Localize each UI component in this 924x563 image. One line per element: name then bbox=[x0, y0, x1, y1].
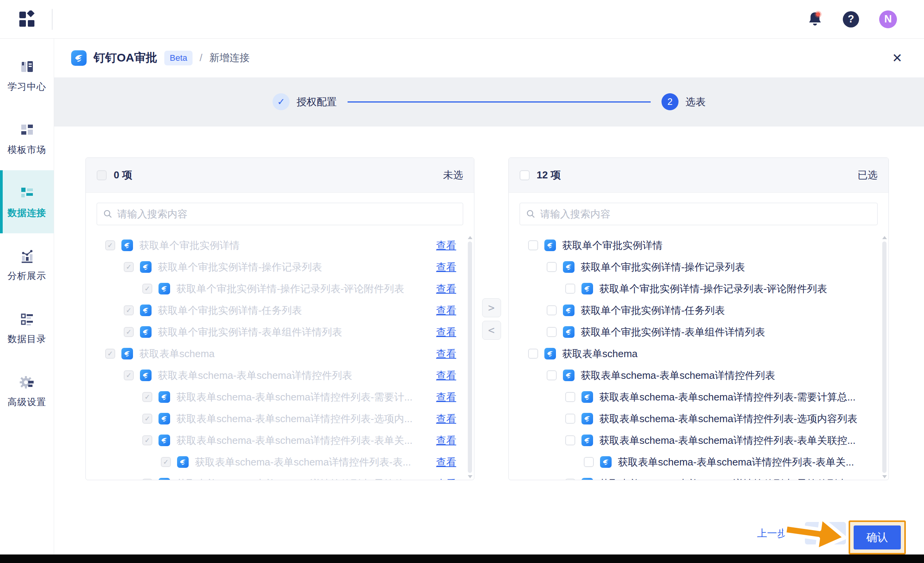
sidebar-item-analysis-display[interactable]: 分析展示 bbox=[0, 233, 54, 296]
table-row[interactable]: 获取单个审批实例详情-操作记录列表-评论附件列表 bbox=[509, 278, 888, 299]
app-logo-icon[interactable] bbox=[19, 10, 36, 28]
table-row[interactable]: ✓ 获取单个审批实例详情-操作记录列表-评论附件列表 查看 bbox=[86, 278, 474, 299]
move-left-button[interactable]: < bbox=[482, 321, 501, 340]
search-input[interactable] bbox=[540, 208, 871, 220]
view-link[interactable]: 查看 bbox=[436, 412, 456, 426]
table-row[interactable]: 获取单个审批实例详情-表单组件详情列表 bbox=[509, 321, 888, 343]
confirm-button[interactable]: 确认 bbox=[854, 525, 901, 549]
row-checkbox[interactable]: ✓ bbox=[124, 305, 134, 315]
table-row[interactable]: 获取单个审批实例详情-操作记录列表 bbox=[509, 256, 888, 278]
table-row[interactable]: 获取表单schema-表单schema详情控件列表-表单关联控... bbox=[509, 430, 888, 451]
row-checkbox[interactable]: ✓ bbox=[142, 392, 152, 402]
row-checkbox[interactable] bbox=[584, 457, 594, 467]
table-row[interactable]: 获取表单schema-表单schema详情控件列表-选项内容列表 bbox=[509, 408, 888, 430]
row-checkbox[interactable]: ✓ bbox=[124, 262, 134, 272]
row-checkbox[interactable] bbox=[528, 349, 538, 359]
sidebar-item-data-connection[interactable]: 数据连接 bbox=[0, 170, 54, 233]
cancel-button[interactable]: 取消 bbox=[805, 522, 846, 544]
sidebar-item-label: 高级设置 bbox=[8, 396, 46, 408]
view-link[interactable]: 查看 bbox=[436, 477, 456, 480]
avatar[interactable]: N bbox=[879, 10, 897, 28]
row-checkbox[interactable]: ✓ bbox=[161, 457, 171, 467]
row-checkbox[interactable]: ✓ bbox=[105, 349, 115, 359]
scroll-down-icon[interactable] bbox=[468, 475, 472, 478]
row-checkbox[interactable] bbox=[565, 479, 575, 480]
row-checkbox[interactable] bbox=[565, 392, 575, 402]
row-checkbox[interactable] bbox=[565, 435, 575, 445]
row-checkbox[interactable]: ✓ bbox=[124, 370, 134, 380]
table-row[interactable]: 获取单个审批实例详情-任务列表 bbox=[509, 299, 888, 321]
scrollbar-thumb[interactable] bbox=[882, 241, 886, 473]
scrollbar[interactable] bbox=[881, 235, 887, 479]
row-checkbox[interactable]: ✓ bbox=[124, 327, 134, 337]
scroll-up-icon[interactable] bbox=[882, 236, 887, 239]
view-link[interactable]: 查看 bbox=[436, 434, 456, 447]
table-name: 获取表单schema-表单schema详情控件列表 bbox=[581, 369, 775, 382]
sidebar-item-template-market[interactable]: 模板市场 bbox=[0, 107, 54, 170]
table-row[interactable]: ✓ 获取表单schema-表单schema详情控件列表-子控件... 查看 bbox=[86, 473, 474, 480]
dingtalk-icon bbox=[581, 283, 593, 294]
search-input[interactable] bbox=[117, 208, 457, 220]
table-row[interactable]: ✓ 获取表单schema-表单schema详情控件列表-表单关... 查看 bbox=[86, 430, 474, 451]
row-checkbox[interactable]: ✓ bbox=[142, 414, 152, 424]
select-all-checkbox[interactable] bbox=[97, 170, 107, 180]
dingtalk-icon bbox=[140, 370, 152, 381]
row-checkbox[interactable]: ✓ bbox=[142, 479, 152, 480]
dingtalk-icon bbox=[544, 240, 556, 251]
table-row[interactable]: 获取表单schema-表单schema详情控件列表-需要计算总... bbox=[509, 386, 888, 408]
row-checkbox[interactable] bbox=[547, 262, 557, 272]
table-name: 获取表单schema-表单schema详情控件列表-需要计算总... bbox=[599, 390, 856, 404]
row-checkbox[interactable] bbox=[565, 284, 575, 294]
previous-step-button[interactable]: 上一步 bbox=[757, 527, 787, 540]
help-icon[interactable]: ? bbox=[843, 11, 859, 27]
table-row[interactable]: ✓ 获取表单schema-表单schema详情控件列表-需要计... 查看 bbox=[86, 386, 474, 408]
notifications-button[interactable] bbox=[807, 11, 823, 28]
row-checkbox[interactable] bbox=[547, 305, 557, 315]
row-checkbox[interactable]: ✓ bbox=[142, 284, 152, 294]
scrollbar[interactable] bbox=[467, 235, 473, 479]
view-link[interactable]: 查看 bbox=[436, 282, 456, 296]
table-row[interactable]: 获取表单schema-表单schema详情控件列表-子控件列表 bbox=[509, 473, 888, 480]
close-icon[interactable]: ✕ bbox=[892, 52, 902, 64]
row-checkbox[interactable]: ✓ bbox=[142, 435, 152, 445]
row-checkbox[interactable] bbox=[528, 240, 538, 250]
table-row[interactable]: 获取表单schema-表单schema详情控件列表 bbox=[509, 364, 888, 386]
scroll-down-icon[interactable] bbox=[882, 475, 887, 478]
view-link[interactable]: 查看 bbox=[436, 325, 456, 339]
row-checkbox[interactable] bbox=[565, 414, 575, 424]
sidebar-item-label: 数据连接 bbox=[8, 207, 46, 219]
view-link[interactable]: 查看 bbox=[436, 239, 456, 252]
scrollbar-thumb[interactable] bbox=[468, 241, 472, 473]
row-checkbox[interactable] bbox=[547, 370, 557, 380]
table-row[interactable]: ✓ 获取单个审批实例详情 查看 bbox=[86, 234, 474, 256]
table-row[interactable]: 获取单个审批实例详情 bbox=[509, 234, 888, 256]
table-row[interactable]: 获取表单schema-表单schema详情控件列表-表单关... bbox=[509, 451, 888, 473]
sidebar-item-learning-center[interactable]: 学习中心 bbox=[0, 44, 54, 107]
select-all-checkbox[interactable] bbox=[520, 170, 530, 180]
table-row[interactable]: ✓ 获取表单schema-表单schema详情控件列表 查看 bbox=[86, 364, 474, 386]
row-checkbox[interactable] bbox=[547, 327, 557, 337]
view-link[interactable]: 查看 bbox=[436, 347, 456, 361]
table-name: 获取单个审批实例详情-表单组件详情列表 bbox=[581, 325, 765, 339]
table-row[interactable]: ✓ 获取表单schema 查看 bbox=[86, 343, 474, 364]
table-row[interactable]: 获取表单schema bbox=[509, 343, 888, 364]
dingtalk-icon bbox=[563, 326, 575, 338]
view-link[interactable]: 查看 bbox=[436, 369, 456, 382]
table-row[interactable]: ✓ 获取表单schema-表单schema详情控件列表-选项内... 查看 bbox=[86, 408, 474, 430]
move-right-button[interactable]: > bbox=[482, 298, 501, 317]
search-icon bbox=[103, 209, 113, 219]
table-row[interactable]: ✓ 获取单个审批实例详情-表单组件详情列表 查看 bbox=[86, 321, 474, 343]
table-row[interactable]: ✓ 获取单个审批实例详情-任务列表 查看 bbox=[86, 299, 474, 321]
sidebar-item-advanced-settings[interactable]: 高级设置 bbox=[0, 359, 54, 423]
table-name: 获取表单schema-表单schema详情控件列表-子控件... bbox=[176, 477, 413, 480]
scroll-up-icon[interactable] bbox=[468, 236, 472, 239]
table-row[interactable]: ✓ 获取表单schema-表单schema详情控件列表-表... 查看 bbox=[86, 451, 474, 473]
view-link[interactable]: 查看 bbox=[436, 390, 456, 404]
view-link[interactable]: 查看 bbox=[436, 260, 456, 274]
row-checkbox[interactable]: ✓ bbox=[105, 240, 115, 250]
table-row[interactable]: ✓ 获取单个审批实例详情-操作记录列表 查看 bbox=[86, 256, 474, 278]
view-link[interactable]: 查看 bbox=[436, 455, 456, 469]
sidebar-item-data-catalog[interactable]: 数据目录 bbox=[0, 296, 54, 359]
view-link[interactable]: 查看 bbox=[436, 304, 456, 317]
sidebar-item-label: 分析展示 bbox=[8, 270, 46, 282]
